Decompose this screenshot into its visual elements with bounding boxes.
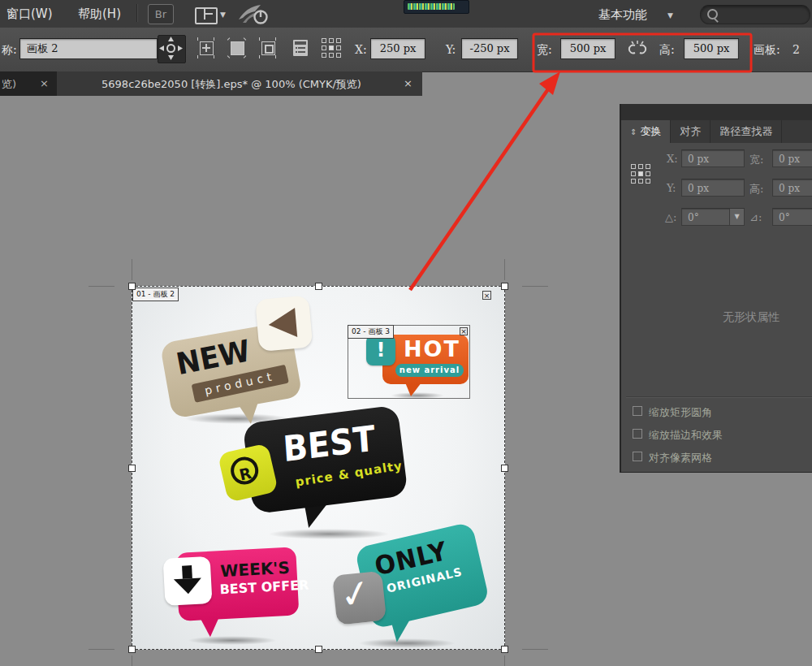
handle-bottom-right[interactable] bbox=[501, 646, 508, 653]
checkbox-scale-strokes-label: 缩放描边和效果 bbox=[649, 428, 723, 443]
constrain-proportions-icon[interactable] bbox=[627, 39, 648, 58]
artboard-02-delete-icon[interactable]: × bbox=[460, 327, 468, 335]
landscape-artboard-icon bbox=[231, 41, 244, 55]
tab-transform-label: 变换 bbox=[640, 124, 661, 139]
panel-height-input[interactable]: 0 px bbox=[772, 179, 812, 197]
landscape-artboard-button[interactable] bbox=[226, 37, 248, 59]
height-input[interactable]: 500 px bbox=[684, 38, 739, 59]
bridge-button[interactable]: Br bbox=[148, 4, 174, 24]
x-input[interactable]: 250 px bbox=[370, 38, 425, 59]
recorder-widget bbox=[404, 0, 469, 14]
width-input[interactable]: 500 px bbox=[560, 38, 615, 59]
panel-reference-point-locator[interactable] bbox=[631, 164, 650, 184]
handle-mid-right[interactable] bbox=[501, 465, 508, 472]
tab-align[interactable]: 对齐 bbox=[671, 120, 710, 143]
artboard-count-value: 2 bbox=[793, 43, 800, 56]
menu-separator bbox=[136, 4, 138, 22]
sticker-new-product[interactable]: NEW product bbox=[162, 305, 332, 426]
menu-help[interactable]: 帮助(H) bbox=[78, 6, 121, 22]
workspace-dropdown-icon[interactable]: ▼ bbox=[667, 11, 673, 19]
inactive-tab-close-icon[interactable]: × bbox=[40, 77, 49, 89]
height-label: 高: bbox=[659, 43, 675, 58]
panel-width-label: 宽: bbox=[749, 153, 763, 167]
transform-panel-body: X: 0 px 宽: 0 px Y: 0 px 高: 0 px △: 0° ▼ … bbox=[621, 143, 812, 473]
hot-subtitle-band: new arrival bbox=[395, 364, 464, 377]
recorder-widget-bars bbox=[408, 3, 455, 10]
artboard-02-name-tag[interactable]: 02 - 画板 3 bbox=[348, 325, 394, 339]
y-label: Y: bbox=[446, 43, 456, 56]
handle-top-left[interactable] bbox=[128, 283, 136, 290]
search-input[interactable] bbox=[720, 6, 805, 23]
rotate-dropdown-icon[interactable]: ▼ bbox=[729, 209, 744, 225]
checkmark-icon: ✓ bbox=[335, 569, 375, 619]
document-tab-inactive[interactable]: 览) × bbox=[0, 71, 58, 96]
inactive-tab-label: 览) bbox=[2, 77, 16, 92]
down-arrow-icon bbox=[182, 565, 192, 579]
y-input[interactable]: -250 px bbox=[461, 38, 518, 59]
bubble-tail bbox=[405, 383, 421, 396]
menu-bar: 窗口(W) 帮助(H) Br ▼ 基本功能 ▼ bbox=[0, 0, 812, 28]
move-artwork-toggle-button[interactable] bbox=[158, 35, 186, 63]
panel-rotate-value: 0° bbox=[688, 212, 699, 223]
handle-bottom-center[interactable] bbox=[315, 646, 322, 653]
panel-header-bar[interactable] bbox=[621, 104, 812, 121]
artboard-01-delete-icon[interactable]: × bbox=[482, 291, 491, 300]
panel-y-input[interactable]: 0 px bbox=[681, 179, 745, 197]
illustrator-window: 窗口(W) 帮助(H) Br ▼ 基本功能 ▼ 称: 画板 2 bbox=[0, 0, 812, 666]
checkbox-scale-corners[interactable] bbox=[633, 406, 642, 416]
active-tab-close-icon[interactable]: × bbox=[404, 77, 412, 89]
tab-pathfinder-label: 路径查找器 bbox=[719, 124, 772, 139]
search-icon bbox=[707, 9, 718, 19]
crop-mark bbox=[504, 655, 505, 666]
document-tab-bar: 览) × 5698c26be2050 [转换].eps* @ 100% (CMY… bbox=[0, 71, 422, 96]
down-arrow-head bbox=[174, 577, 202, 595]
artboard-01-name-tag[interactable]: 01 - 画板 2 bbox=[132, 288, 179, 301]
crop-mark bbox=[504, 259, 505, 280]
handle-top-center[interactable] bbox=[315, 283, 322, 290]
artboard-name-input[interactable]: 画板 2 bbox=[19, 38, 158, 59]
arrange-documents-dropdown-icon[interactable]: ▼ bbox=[220, 11, 226, 19]
transform-panel: ⇕ 变换 对齐 路径查找器 X: 0 px 宽: 0 px Y: 0 px 高:… bbox=[620, 104, 812, 473]
panel-rotate-input[interactable]: 0° ▼ bbox=[681, 208, 745, 226]
artboard-options-button[interactable] bbox=[289, 37, 312, 59]
tab-transform[interactable]: ⇕ 变换 bbox=[621, 120, 671, 143]
workspace-switcher[interactable]: 基本功能 bbox=[598, 7, 647, 23]
panel-divider bbox=[626, 396, 812, 398]
sticker-weeks-best-offer[interactable]: WEEK'S BEST OFFER bbox=[165, 545, 315, 644]
panel-x-label: X: bbox=[667, 153, 678, 165]
reference-point-locator[interactable] bbox=[322, 38, 341, 58]
panel-shear-input[interactable]: 0° bbox=[772, 208, 812, 226]
document-tab-active[interactable]: 5698c26be2050 [转换].eps* @ 100% (CMYK/预览)… bbox=[57, 71, 422, 96]
panel-rotate-label: △: bbox=[665, 211, 676, 223]
panel-height-label: 高: bbox=[749, 182, 763, 197]
search-box[interactable] bbox=[700, 5, 810, 24]
checkbox-align-pixel-grid[interactable] bbox=[633, 452, 642, 461]
active-tab-label: 5698c26be2050 [转换].eps* @ 100% (CMYK/预览) bbox=[73, 77, 390, 92]
tab-pathfinder[interactable]: 路径查找器 bbox=[710, 120, 782, 143]
handle-mid-left[interactable] bbox=[128, 465, 136, 472]
checkbox-scale-strokes[interactable] bbox=[633, 429, 642, 439]
arrange-documents-icon[interactable] bbox=[195, 7, 218, 24]
panel-width-input[interactable]: 0 px bbox=[772, 149, 812, 167]
handle-bottom-left[interactable] bbox=[128, 646, 136, 653]
panel-y-label: Y: bbox=[667, 182, 676, 194]
menu-window[interactable]: 窗口(W) bbox=[6, 6, 53, 22]
sticker-best[interactable]: R BEST price & qualty bbox=[223, 410, 414, 542]
checkbox-scale-corners-label: 缩放矩形圆角 bbox=[649, 405, 712, 420]
hot-exclaim-badge: ! bbox=[366, 335, 395, 365]
width-label: 宽: bbox=[537, 43, 552, 58]
artboard-01[interactable]: 01 - 画板 2 × NEW product ! HOT bbox=[132, 286, 505, 650]
crop-mark bbox=[522, 649, 548, 650]
cs-live-rocket-icon[interactable] bbox=[238, 4, 270, 25]
weeks-title: WEEK'S bbox=[220, 558, 291, 581]
artboard-02[interactable]: ! HOT new arrival 02 - 画板 3 × bbox=[348, 325, 470, 399]
sticker-only-originals[interactable]: ✓ ONLY ORIGINALS bbox=[334, 525, 496, 651]
panel-tab-bar: ⇕ 变换 对齐 路径查找器 bbox=[621, 120, 812, 143]
annotation-arrow-line bbox=[410, 84, 551, 290]
panel-x-input[interactable]: 0 px bbox=[681, 149, 745, 167]
handle-top-right[interactable] bbox=[501, 283, 508, 290]
portrait-artboard-button[interactable] bbox=[257, 37, 279, 59]
new-artboard-button[interactable] bbox=[195, 37, 218, 59]
artboard-name-label: 称: bbox=[2, 43, 17, 58]
registered-mark-icon: R bbox=[228, 454, 261, 487]
